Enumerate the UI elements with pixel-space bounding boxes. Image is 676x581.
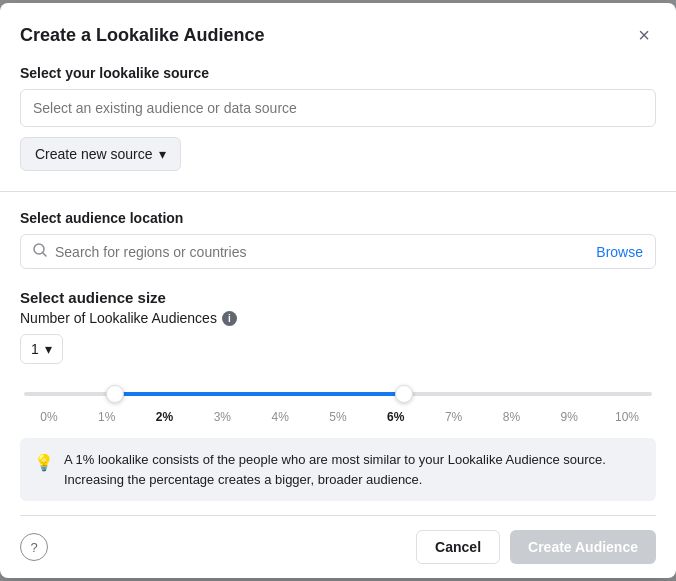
help-icon-label: ? — [30, 540, 37, 555]
location-search-input[interactable] — [55, 244, 588, 260]
slider-track-fill — [115, 392, 404, 396]
label-0: 0% — [20, 410, 78, 424]
create-new-source-button[interactable]: Create new source ▾ — [20, 137, 181, 171]
audience-size-title: Select audience size — [20, 289, 656, 306]
modal-header: Create a Lookalike Audience × — [20, 23, 656, 47]
slider-thumb-left[interactable] — [106, 385, 124, 403]
audience-size-section: Select audience size Number of Lookalike… — [20, 289, 656, 424]
help-icon-button[interactable]: ? — [20, 533, 48, 561]
modal-overlay: Create a Lookalike Audience × Select you… — [0, 0, 676, 581]
source-section: Select your lookalike source Create new … — [20, 65, 656, 191]
svg-line-1 — [43, 253, 46, 256]
source-section-label: Select your lookalike source — [20, 65, 656, 81]
create-source-label: Create new source — [35, 146, 153, 162]
label-9: 9% — [540, 410, 598, 424]
cancel-button[interactable]: Cancel — [416, 530, 500, 564]
modal-title: Create a Lookalike Audience — [20, 25, 264, 46]
bulb-icon: 💡 — [34, 451, 54, 475]
browse-button[interactable]: Browse — [596, 244, 643, 260]
close-button[interactable]: × — [632, 23, 656, 47]
num-audiences-chevron: ▾ — [45, 341, 52, 357]
label-4: 4% — [251, 410, 309, 424]
label-3: 3% — [193, 410, 251, 424]
location-section: Select audience location Browse — [20, 210, 656, 269]
label-8: 8% — [483, 410, 541, 424]
info-icon: i — [222, 311, 237, 326]
info-box-text: A 1% lookalike consists of the people wh… — [64, 450, 642, 489]
create-audience-button[interactable]: Create Audience — [510, 530, 656, 564]
num-label: Number of Lookalike Audiences i — [20, 310, 656, 326]
label-6: 6% — [367, 410, 425, 424]
label-7: 7% — [425, 410, 483, 424]
location-search-wrapper: Browse — [20, 234, 656, 269]
slider-section: 0% 1% 2% 3% 4% 5% 6% 7% 8% 9% 10% — [20, 384, 656, 424]
label-1: 1% — [78, 410, 136, 424]
search-icon — [33, 243, 47, 260]
location-section-label: Select audience location — [20, 210, 656, 226]
modal-footer: ? Cancel Create Audience — [20, 515, 656, 578]
num-audiences-select[interactable]: 1 ▾ — [20, 334, 63, 364]
dropdown-chevron-icon: ▾ — [159, 146, 166, 162]
source-input[interactable] — [20, 89, 656, 127]
num-audiences-value: 1 — [31, 341, 39, 357]
label-10: 10% — [598, 410, 656, 424]
label-2: 2% — [136, 410, 194, 424]
modal-container: Create a Lookalike Audience × Select you… — [0, 3, 676, 578]
slider-track[interactable] — [24, 384, 652, 404]
num-label-text: Number of Lookalike Audiences — [20, 310, 217, 326]
info-box: 💡 A 1% lookalike consists of the people … — [20, 438, 656, 501]
slider-labels: 0% 1% 2% 3% 4% 5% 6% 7% 8% 9% 10% — [20, 410, 656, 424]
footer-actions: Cancel Create Audience — [416, 530, 656, 564]
slider-thumb-right[interactable] — [395, 385, 413, 403]
divider-1 — [0, 191, 676, 192]
label-5: 5% — [309, 410, 367, 424]
